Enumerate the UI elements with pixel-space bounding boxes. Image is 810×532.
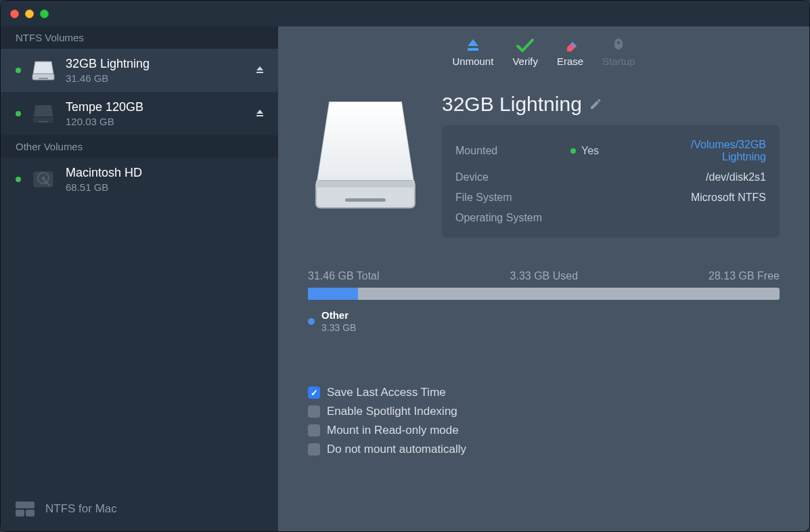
- volume-overview: 32GB Lightning Mounted Yes /Volumes/32GB: [308, 93, 780, 238]
- erase-icon: [562, 37, 579, 54]
- eject-icon: [255, 65, 265, 74]
- volume-size: 68.51 GB: [66, 181, 267, 193]
- usage-bar: [308, 288, 780, 300]
- option-label: Enable Spotlight Indexing: [327, 405, 457, 418]
- svg-rect-13: [316, 181, 415, 187]
- svg-rect-9: [26, 510, 35, 516]
- toolbar: Unmount Verify Erase Startup: [278, 26, 809, 74]
- sidebar-item-text: Tempe 120GB 120.03 GB: [66, 100, 243, 127]
- legend-text: Other 3.33 GB: [321, 309, 356, 333]
- close-window-button[interactable]: [10, 9, 19, 18]
- drive-illustration-icon: [308, 93, 423, 216]
- minimize-window-button[interactable]: [25, 9, 34, 18]
- svg-point-6: [42, 177, 45, 179]
- volume-size: 31.46 GB: [66, 72, 243, 84]
- option-label: Do not mount automatically: [327, 443, 466, 456]
- svg-rect-1: [39, 78, 48, 79]
- sidebar-item-text: Macintosh HD 68.51 GB: [66, 166, 267, 193]
- info-row-filesystem: File System Microsoft NTFS: [455, 187, 766, 208]
- volume-info-card: Mounted Yes /Volumes/32GB Lightning Devi…: [442, 125, 780, 238]
- volume-size: 120.03 GB: [66, 116, 243, 127]
- external-drive-icon: [30, 58, 56, 83]
- info-row-os: Operating System: [455, 208, 766, 228]
- usage-labels: 31.46 GB Total 3.33 GB Used 28.13 GB Fre…: [308, 270, 780, 282]
- window-body: NTFS Volumes 32GB Lightning 31.46 GB: [1, 26, 809, 531]
- toolbar-label: Erase: [557, 56, 583, 67]
- sidebar-section-other: Other Volumes: [1, 135, 278, 158]
- content-area: 32GB Lightning Mounted Yes /Volumes/32GB: [278, 74, 809, 531]
- usage-total: 31.46 GB Total: [308, 270, 380, 282]
- checkbox-icon: [308, 443, 320, 456]
- info-row-mounted: Mounted Yes /Volumes/32GB Lightning: [455, 135, 766, 167]
- option-spotlight-indexing[interactable]: Enable Spotlight Indexing: [308, 405, 780, 418]
- svg-rect-14: [345, 198, 386, 202]
- volume-name: Tempe 120GB: [66, 100, 243, 114]
- startup-icon: [610, 37, 627, 54]
- rename-button[interactable]: [589, 97, 602, 111]
- svg-point-11: [617, 41, 620, 43]
- option-label: Mount in Read-only mode: [327, 424, 459, 437]
- usage-free: 28.13 GB Free: [708, 270, 780, 282]
- erase-button[interactable]: Erase: [557, 34, 583, 67]
- status-dot-icon: [16, 68, 21, 73]
- sidebar-volume-tempe-120gb[interactable]: Tempe 120GB 120.03 GB: [1, 92, 278, 135]
- external-drive-icon: [30, 101, 56, 127]
- svg-rect-0: [32, 74, 54, 80]
- sidebar-footer: NTFS for Mac: [1, 488, 278, 531]
- volume-title: 32GB Lightning: [442, 93, 582, 116]
- verify-button[interactable]: Verify: [512, 34, 538, 67]
- mounted-value: Yes: [581, 145, 599, 157]
- eject-button[interactable]: [252, 62, 267, 79]
- option-label: Save Last Access Time: [327, 386, 446, 399]
- pencil-icon: [591, 99, 600, 109]
- legend-size: 3.33 GB: [321, 322, 356, 333]
- status-dot-icon: [570, 148, 576, 154]
- volume-name: 32GB Lightning: [66, 57, 243, 71]
- sidebar-footer-label: NTFS for Mac: [45, 502, 117, 516]
- app-logo-icon: [16, 502, 35, 516]
- svg-rect-3: [39, 121, 48, 123]
- titlebar[interactable]: [1, 1, 809, 26]
- option-readonly-mode[interactable]: Mount in Read-only mode: [308, 424, 780, 437]
- unmount-icon: [464, 37, 482, 54]
- info-row-device: Device /dev/disk2s1: [455, 167, 766, 187]
- device-value: /dev/disk2s1: [570, 171, 766, 183]
- info-label: File System: [455, 192, 570, 204]
- eject-icon: [255, 108, 265, 118]
- sidebar-volume-macintosh-hd[interactable]: Macintosh HD 68.51 GB: [1, 158, 278, 201]
- usage-section: 31.46 GB Total 3.33 GB Used 28.13 GB Fre…: [308, 270, 780, 333]
- info-label: Operating System: [455, 212, 570, 224]
- app-window: NTFS Volumes 32GB Lightning 31.46 GB: [0, 0, 810, 532]
- sidebar-section-ntfs: NTFS Volumes: [1, 26, 278, 49]
- internal-drive-icon: [30, 167, 56, 192]
- toolbar-label: Startup: [602, 56, 635, 67]
- status-dot-icon: [16, 177, 21, 182]
- volume-title-row: 32GB Lightning: [442, 93, 780, 116]
- sidebar-item-text: 32GB Lightning 31.46 GB: [66, 57, 243, 84]
- legend-dot-icon: [308, 318, 315, 325]
- info-label: Mounted: [455, 145, 570, 157]
- mount-path-link[interactable]: /Volumes/32GB Lightning: [645, 139, 766, 163]
- overview-right: 32GB Lightning Mounted Yes /Volumes/32GB: [442, 93, 780, 238]
- usage-legend: Other 3.33 GB: [308, 309, 780, 333]
- usage-used: 3.33 GB Used: [510, 270, 579, 282]
- toolbar-label: Unmount: [453, 56, 494, 67]
- startup-button: Startup: [602, 34, 635, 67]
- verify-icon: [515, 37, 535, 54]
- usage-segment-other: [308, 288, 358, 300]
- info-label: Device: [455, 171, 570, 183]
- toolbar-label: Verify: [512, 56, 538, 67]
- unmount-button[interactable]: Unmount: [453, 34, 494, 67]
- option-noauto-mount[interactable]: Do not mount automatically: [308, 443, 780, 456]
- svg-rect-7: [16, 502, 35, 508]
- checkbox-icon: [308, 424, 320, 437]
- legend-name: Other: [321, 309, 356, 321]
- checkbox-icon: [308, 386, 320, 399]
- checkbox-icon: [308, 405, 320, 418]
- eject-button[interactable]: [252, 106, 267, 123]
- status-dot-icon: [16, 111, 21, 116]
- volume-name: Macintosh HD: [66, 166, 267, 180]
- zoom-window-button[interactable]: [40, 9, 49, 18]
- sidebar-volume-32gb-lightning[interactable]: 32GB Lightning 31.46 GB: [1, 49, 278, 92]
- option-save-last-access[interactable]: Save Last Access Time: [308, 386, 780, 399]
